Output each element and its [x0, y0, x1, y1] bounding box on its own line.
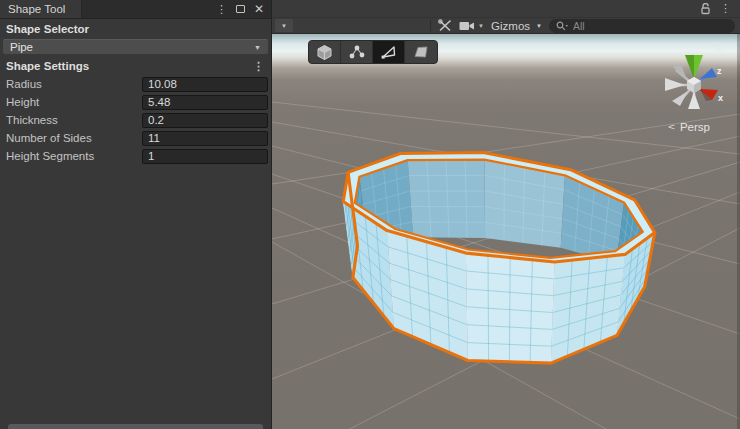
shape-type-value: Pipe — [10, 41, 33, 53]
unity-editor: Shape Tool ⋮ ✕ Shape Selector Pipe ▼ Sha… — [0, 0, 740, 429]
scene-search-input[interactable] — [573, 20, 728, 32]
scene-menu-icon[interactable]: ⋮ — [720, 3, 731, 14]
shape-settings-header: Shape Settings ⋮ — [0, 56, 271, 75]
face-icon — [412, 44, 430, 60]
axis-neg-cone[interactable] — [688, 92, 700, 109]
panel-menu-icon[interactable]: ⋮ — [216, 4, 227, 15]
height-segments-field[interactable] — [142, 149, 268, 164]
shape-tool-tab[interactable]: Shape Tool — [0, 0, 82, 18]
thickness-row: Thickness — [0, 111, 271, 129]
vertex-mode-button[interactable] — [341, 41, 373, 63]
axis-neg-cone[interactable] — [665, 78, 685, 91]
height-segments-label: Height Segments — [6, 150, 142, 162]
persp-chevron-icon: < — [668, 121, 675, 132]
probuilder-edit-mode-toolbar — [308, 40, 438, 64]
search-icon — [556, 21, 569, 31]
scene-view: ⋮ ▼ ▼ Gizmo — [272, 0, 740, 429]
cube-icon — [316, 44, 333, 61]
shape-settings-menu-icon[interactable]: ⋮ — [253, 61, 264, 72]
shape-selector-header: Shape Selector — [0, 19, 271, 38]
toolbar-divider — [430, 20, 431, 32]
chevron-down-icon: ▼ — [478, 23, 484, 29]
number-of-sides-field[interactable] — [142, 131, 268, 146]
axis-x-label: x — [718, 93, 723, 103]
axis-z-cone[interactable] — [700, 68, 717, 79]
thickness-field[interactable] — [142, 113, 268, 128]
projection-label: Persp — [680, 121, 710, 133]
scene-tools-button[interactable] — [438, 19, 452, 32]
edge-icon — [380, 44, 398, 60]
face-mode-button[interactable] — [405, 41, 437, 63]
scene-toolbar: ▼ ▼ Gizmos ▼ — [272, 17, 740, 34]
number-of-sides-row: Number of Sides — [0, 129, 271, 147]
object-mode-button[interactable] — [309, 41, 341, 63]
chevron-down-icon: ▼ — [254, 44, 261, 51]
edge-mode-button[interactable] — [373, 41, 405, 63]
scene-view-titlebar: ⋮ — [272, 0, 740, 17]
panel-maximize-icon[interactable] — [236, 5, 245, 13]
panel-close-icon[interactable]: ✕ — [254, 3, 264, 15]
gizmos-dropdown[interactable]: Gizmos ▼ — [491, 20, 542, 32]
vertex-icon — [348, 44, 366, 60]
panel-bottom-handle[interactable] — [8, 424, 263, 429]
unlocked-icon[interactable] — [700, 3, 711, 15]
shape-type-dropdown[interactable]: Pipe ▼ — [3, 39, 268, 54]
panel-title: Shape Tool — [8, 3, 65, 15]
shape-tool-panel: Shape Tool ⋮ ✕ Shape Selector Pipe ▼ Sha… — [0, 0, 272, 429]
lock-icon — [713, 42, 723, 53]
shape-tool-titlebar: Shape Tool ⋮ ✕ — [0, 0, 271, 19]
chevron-down-icon: ▼ — [281, 23, 287, 29]
number-of-sides-label: Number of Sides — [6, 132, 142, 144]
scene-search-box[interactable] — [549, 19, 735, 33]
orientation-gizmo[interactable]: z x — [656, 46, 736, 126]
camera-icon — [459, 21, 475, 31]
radius-row: Radius — [0, 75, 271, 93]
chevron-down-icon: ▼ — [536, 23, 542, 29]
scene-viewport[interactable]: z x < Persp — [272, 34, 740, 429]
thickness-label: Thickness — [6, 114, 142, 126]
height-row: Height — [0, 93, 271, 111]
height-field[interactable] — [142, 95, 268, 110]
height-label: Height — [6, 96, 142, 108]
height-segments-row: Height Segments — [0, 147, 271, 165]
radius-field[interactable] — [142, 77, 268, 92]
radius-label: Radius — [6, 78, 142, 90]
axis-z-label: z — [717, 66, 722, 76]
projection-toggle[interactable]: < Persp — [668, 120, 710, 134]
wrench-screwdriver-icon — [438, 19, 452, 32]
camera-settings-button[interactable]: ▼ — [459, 21, 484, 31]
draw-mode-dropdown[interactable]: ▼ — [275, 19, 293, 32]
axis-neg-cone[interactable] — [673, 64, 687, 80]
gizmos-label: Gizmos — [491, 20, 530, 32]
axis-neg-cone[interactable] — [672, 91, 688, 106]
